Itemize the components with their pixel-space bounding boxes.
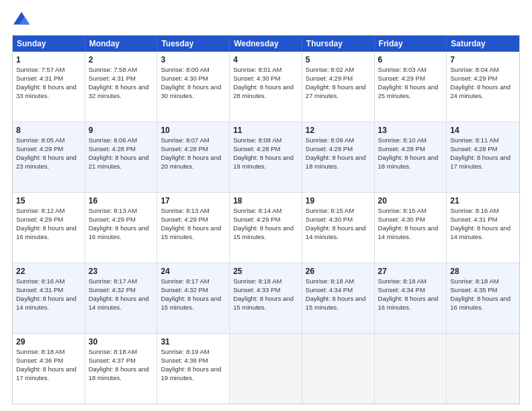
- sunrise: Sunrise: 7:57 AM: [16, 66, 64, 73]
- sunrise: Sunrise: 8:08 AM: [233, 136, 281, 144]
- day-13: 13Sunrise: 8:10 AMSunset: 4:28 PMDayligh…: [375, 122, 447, 192]
- day-21: 21Sunrise: 8:16 AMSunset: 4:31 PMDayligh…: [447, 193, 519, 263]
- sunrise: Sunrise: 8:04 AM: [450, 66, 498, 73]
- sunset: Sunset: 4:30 PM: [161, 75, 208, 82]
- daylight: Daylight: 8 hours and 14 minutes.: [89, 295, 149, 311]
- daylight: Daylight: 8 hours and 16 minutes.: [450, 295, 511, 311]
- header-day-tuesday: Tuesday: [157, 36, 230, 52]
- day-number: 30: [89, 336, 154, 347]
- daylight: Daylight: 8 hours and 15 minutes.: [161, 295, 221, 311]
- sunrise: Sunrise: 8:18 AM: [233, 277, 281, 285]
- day-number: 28: [450, 266, 516, 277]
- sunset: Sunset: 4:30 PM: [378, 216, 425, 223]
- daylight: Daylight: 8 hours and 33 minutes.: [16, 83, 77, 99]
- day-number: 27: [378, 266, 443, 277]
- day-number: 18: [233, 195, 298, 206]
- day-2: 2Sunrise: 7:58 AMSunset: 4:31 PMDaylight…: [85, 52, 158, 122]
- calendar-row-1: 1Sunrise: 7:57 AMSunset: 4:31 PMDaylight…: [13, 52, 519, 122]
- sunrise: Sunrise: 7:58 AM: [89, 66, 137, 73]
- sunset: Sunset: 4:29 PM: [16, 145, 63, 152]
- sunrise: Sunrise: 8:18 AM: [378, 277, 427, 285]
- day-23: 23Sunrise: 8:17 AMSunset: 4:32 PMDayligh…: [85, 263, 158, 333]
- day-4: 4Sunrise: 8:01 AMSunset: 4:30 PMDaylight…: [230, 52, 302, 122]
- day-number: 22: [16, 266, 81, 277]
- daylight: Daylight: 8 hours and 18 minutes.: [89, 365, 149, 381]
- daylight: Daylight: 8 hours and 23 minutes.: [16, 154, 77, 170]
- header: [12, 11, 520, 30]
- sunset: Sunset: 4:37 PM: [89, 357, 136, 364]
- sunset: Sunset: 4:28 PM: [378, 145, 425, 152]
- calendar-row-5: 29Sunrise: 8:18 AMSunset: 4:36 PMDayligh…: [13, 333, 519, 404]
- sunset: Sunset: 4:28 PM: [233, 145, 280, 152]
- header-day-saturday: Saturday: [447, 36, 519, 52]
- daylight: Daylight: 8 hours and 19 minutes.: [233, 154, 294, 170]
- day-26: 26Sunrise: 8:18 AMSunset: 4:34 PMDayligh…: [302, 263, 375, 333]
- sunset: Sunset: 4:31 PM: [89, 75, 136, 82]
- daylight: Daylight: 8 hours and 15 minutes.: [233, 224, 294, 240]
- daylight: Daylight: 8 hours and 20 minutes.: [161, 154, 221, 170]
- day-number: 11: [233, 125, 298, 136]
- logo-icon: [12, 11, 31, 30]
- sunset: Sunset: 4:31 PM: [16, 75, 63, 82]
- day-12: 12Sunrise: 8:09 AMSunset: 4:28 PMDayligh…: [302, 122, 375, 192]
- sunset: Sunset: 4:29 PM: [89, 216, 136, 223]
- sunrise: Sunrise: 8:16 AM: [450, 207, 498, 214]
- daylight: Daylight: 8 hours and 14 minutes.: [306, 224, 366, 240]
- sunset: Sunset: 4:34 PM: [378, 286, 425, 293]
- sunrise: Sunrise: 8:18 AM: [306, 277, 354, 285]
- sunrise: Sunrise: 8:11 AM: [450, 136, 498, 144]
- sunrise: Sunrise: 8:17 AM: [161, 277, 209, 285]
- day-22: 22Sunrise: 8:16 AMSunset: 4:31 PMDayligh…: [13, 263, 85, 333]
- header-day-sunday: Sunday: [13, 36, 85, 52]
- sunset: Sunset: 4:28 PM: [450, 145, 497, 152]
- day-5: 5Sunrise: 8:02 AMSunset: 4:29 PMDaylight…: [302, 52, 375, 122]
- day-11: 11Sunrise: 8:08 AMSunset: 4:28 PMDayligh…: [230, 122, 302, 192]
- sunrise: Sunrise: 8:14 AM: [233, 207, 281, 214]
- day-31: 31Sunrise: 8:19 AMSunset: 4:38 PMDayligh…: [157, 334, 230, 404]
- page: SundayMondayTuesdayWednesdayThursdayFrid…: [0, 0, 532, 411]
- sunset: Sunset: 4:33 PM: [233, 286, 280, 293]
- day-number: 15: [16, 195, 81, 206]
- day-number: 5: [306, 54, 371, 65]
- calendar-header: SundayMondayTuesdayWednesdayThursdayFrid…: [13, 36, 519, 52]
- daylight: Daylight: 8 hours and 15 minutes.: [161, 224, 221, 240]
- sunset: Sunset: 4:34 PM: [306, 286, 353, 293]
- sunrise: Sunrise: 8:13 AM: [89, 207, 137, 214]
- daylight: Daylight: 8 hours and 14 minutes.: [378, 224, 439, 240]
- day-number: 6: [378, 54, 443, 65]
- day-number: 1: [16, 54, 81, 65]
- day-28: 28Sunrise: 8:18 AMSunset: 4:35 PMDayligh…: [447, 263, 519, 333]
- day-16: 16Sunrise: 8:13 AMSunset: 4:29 PMDayligh…: [85, 193, 158, 263]
- sunrise: Sunrise: 8:09 AM: [306, 136, 354, 144]
- calendar-row-3: 15Sunrise: 8:12 AMSunset: 4:29 PMDayligh…: [13, 192, 519, 263]
- daylight: Daylight: 8 hours and 16 minutes.: [16, 224, 77, 240]
- sunrise: Sunrise: 8:12 AM: [16, 207, 64, 214]
- daylight: Daylight: 8 hours and 30 minutes.: [161, 83, 221, 99]
- day-3: 3Sunrise: 8:00 AMSunset: 4:30 PMDaylight…: [157, 52, 230, 122]
- daylight: Daylight: 8 hours and 25 minutes.: [378, 83, 439, 99]
- header-day-thursday: Thursday: [302, 36, 375, 52]
- daylight: Daylight: 8 hours and 16 minutes.: [89, 224, 149, 240]
- sunset: Sunset: 4:31 PM: [450, 216, 497, 223]
- day-1: 1Sunrise: 7:57 AMSunset: 4:31 PMDaylight…: [13, 52, 85, 122]
- sunrise: Sunrise: 8:00 AM: [161, 66, 209, 73]
- sunset: Sunset: 4:31 PM: [16, 286, 63, 293]
- empty-cell: [230, 334, 302, 404]
- header-day-friday: Friday: [375, 36, 447, 52]
- day-number: 9: [89, 125, 154, 136]
- empty-cell: [375, 334, 447, 404]
- day-8: 8Sunrise: 8:05 AMSunset: 4:29 PMDaylight…: [13, 122, 85, 192]
- day-25: 25Sunrise: 8:18 AMSunset: 4:33 PMDayligh…: [230, 263, 302, 333]
- day-number: 31: [161, 336, 226, 347]
- sunset: Sunset: 4:29 PM: [233, 216, 280, 223]
- sunset: Sunset: 4:28 PM: [306, 145, 353, 152]
- sunrise: Sunrise: 8:18 AM: [450, 277, 498, 285]
- day-number: 23: [89, 266, 154, 277]
- day-14: 14Sunrise: 8:11 AMSunset: 4:28 PMDayligh…: [447, 122, 519, 192]
- sunset: Sunset: 4:38 PM: [161, 357, 208, 364]
- day-number: 26: [306, 266, 371, 277]
- sunrise: Sunrise: 8:16 AM: [16, 277, 64, 285]
- daylight: Daylight: 8 hours and 14 minutes.: [450, 224, 511, 240]
- day-10: 10Sunrise: 8:07 AMSunset: 4:28 PMDayligh…: [157, 122, 230, 192]
- day-number: 19: [306, 195, 371, 206]
